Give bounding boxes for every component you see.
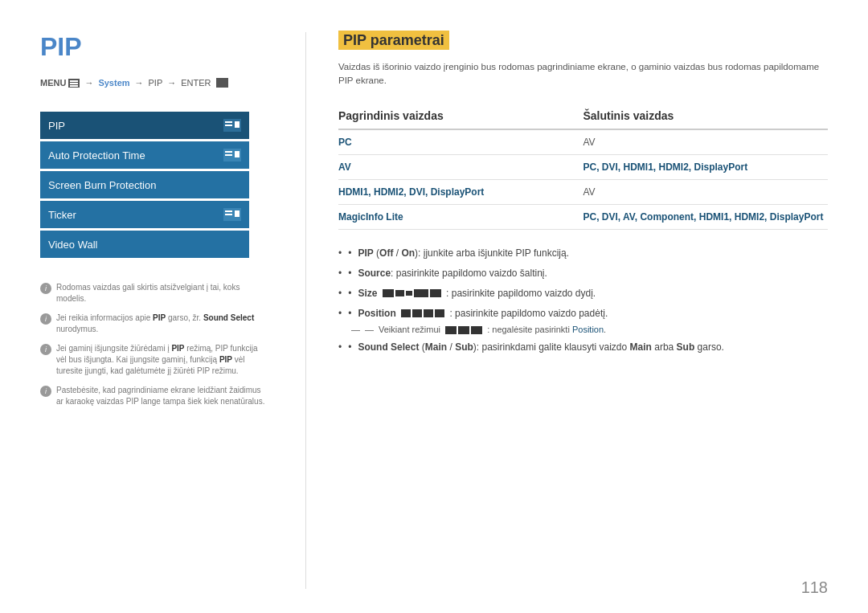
- note-text-3: Jei gaminį išjungsite žiūrėdami į PIP re…: [56, 343, 265, 377]
- bullet-text: Sound Select (Main / Sub): pasirinkdami …: [358, 340, 724, 354]
- arrow-2: →: [135, 78, 144, 88]
- menu-item-label: Ticker: [48, 209, 76, 221]
- note-icon-1: [40, 283, 51, 294]
- size-icon-3: [406, 291, 412, 296]
- note-text-2: Jei reikia informacijos apie PIP garso, …: [56, 313, 265, 335]
- menu-item-screen-burn[interactable]: Screen Burn Protection: [40, 171, 249, 198]
- mode-icon-2: [458, 326, 469, 334]
- table-row: AV PC, DVI, HDMI1, HDMI2, DisplayPort: [338, 154, 828, 179]
- pos-icon-4: [435, 309, 444, 317]
- bullet-item-pip: • PIP (Off / On): įjunkite arba išjunkit…: [338, 246, 828, 260]
- pip-table: Pagrindinis vaizdas Šalutinis vaizdas PC…: [338, 104, 828, 230]
- menu-item-ticker[interactable]: Ticker: [40, 201, 249, 228]
- menu-item-icon: [223, 149, 241, 161]
- pos-icon-1: [401, 309, 411, 317]
- size-icon-4: [414, 289, 428, 297]
- pip-label: PIP: [149, 78, 163, 88]
- menu-item-icon: [223, 119, 241, 132]
- note-text-1: Rodomas vaizdas gali skirtis atsižvelgia…: [56, 282, 265, 304]
- sub-note-dash: —: [365, 325, 374, 334]
- mode-icon-3: [471, 326, 482, 334]
- table-header-sub: Šalutinis vaizdas: [583, 104, 829, 129]
- mode-icon-1: [445, 326, 457, 334]
- menu-item-label: Auto Protection Time: [48, 149, 145, 161]
- pos-icon-2: [412, 309, 422, 317]
- table-cell-main: HDMI1, HDMI2, DVI, DisplayPort: [338, 179, 583, 204]
- table-cell-sub: PC, DVI, HDMI1, HDMI2, DisplayPort: [583, 154, 829, 179]
- menu-label: MENU: [40, 78, 66, 88]
- notes-section: Rodomas vaizdas gali skirtis atsižvelgia…: [40, 282, 265, 407]
- menu-path: MENU → System → PIP → ENTER: [40, 78, 273, 88]
- bullet-item-source: • Source: pasirinkite papildomo vaizdo š…: [338, 266, 828, 280]
- table-row: HDMI1, HDMI2, DVI, DisplayPort AV: [338, 179, 828, 204]
- right-column: PIP parametrai Vaizdas iš išorinio vaizd…: [314, 32, 828, 589]
- mode-icons: [445, 326, 482, 334]
- position-icons: [401, 309, 444, 317]
- menu-icon: MENU: [40, 78, 80, 88]
- size-icon-5: [430, 289, 441, 297]
- sub-note: — Veikiant režimui : negalėsite pasirink…: [351, 325, 828, 334]
- arrow-3: →: [167, 78, 176, 88]
- section-description: Vaizdas iš išorinio vaizdo įrenginio bus…: [338, 60, 828, 88]
- sound-select-list: • Sound Select (Main / Sub): pasirinkdam…: [338, 340, 828, 354]
- bullet-item-size: • Size : pasirinkite papildomo vaizdo dy…: [338, 286, 828, 300]
- size-icons: [383, 289, 441, 297]
- bullet-list: • PIP (Off / On): įjunkite arba išjunkit…: [338, 246, 828, 321]
- menu-item-label: PIP: [48, 120, 65, 132]
- menu-list: PIP Auto Protection Time Screen Burn Pro…: [40, 112, 249, 258]
- section-title-text: PIP parametrai: [338, 31, 449, 50]
- arrow-1: →: [84, 78, 93, 88]
- note-icon-3: [40, 344, 51, 355]
- note-text-4: Pastebėsite, kad pagrindiniame ekrane le…: [56, 385, 265, 407]
- bullet-text: Source: pasirinkite papildomo vaizdo šal…: [358, 266, 547, 280]
- size-icon-1: [383, 289, 394, 297]
- column-divider: [305, 32, 306, 589]
- bullet-marker: •: [348, 306, 351, 321]
- bullet-marker: •: [348, 246, 351, 260]
- table-cell-main: AV: [338, 154, 583, 179]
- menu-item-video-wall[interactable]: Video Wall: [40, 231, 249, 258]
- bullet-marker: •: [348, 266, 351, 280]
- note-item-4: Pastebėsite, kad pagrindiniame ekrane le…: [40, 385, 265, 407]
- note-icon-2: [40, 313, 51, 325]
- bullet-text: Position : pasirinkite papildomo vaizdo …: [358, 306, 608, 321]
- table-cell-sub: PC, DVI, AV, Component, HDMI1, HDMI2, Di…: [583, 204, 829, 229]
- enter-label: ENTER: [181, 78, 211, 88]
- menu-item-icon: [223, 208, 241, 221]
- note-item-2: Jei reikia informacijos apie PIP garso, …: [40, 313, 265, 335]
- table-cell-sub: AV: [583, 179, 829, 204]
- bullet-marker: •: [348, 340, 351, 354]
- size-icon-2: [395, 290, 404, 296]
- menu-item-pip[interactable]: PIP: [40, 112, 249, 139]
- page-number: 118: [801, 578, 828, 597]
- bullet-text: PIP (Off / On): įjunkite arba išjunkite …: [358, 246, 569, 260]
- menu-item-label: Screen Burn Protection: [48, 179, 156, 191]
- position-ref: Position: [572, 325, 604, 334]
- left-column: PIP MENU → System → PIP → ENTER PIP: [40, 32, 297, 589]
- note-icon-4: [40, 386, 51, 397]
- table-cell-sub: AV: [583, 129, 829, 155]
- bullet-item-position: • Position : pasirinkite papildomo vaizd…: [338, 306, 828, 321]
- table-cell-main: MagicInfo Lite: [338, 204, 583, 229]
- table-header-main: Pagrindinis vaizdas: [338, 104, 583, 129]
- table-row: MagicInfo Lite PC, DVI, AV, Component, H…: [338, 204, 828, 229]
- bullet-marker: •: [348, 286, 351, 300]
- table-cell-main: PC: [338, 129, 583, 155]
- menu-item-auto-protection[interactable]: Auto Protection Time: [40, 141, 249, 169]
- table-row: PC AV: [338, 129, 828, 155]
- pos-icon-3: [424, 309, 433, 317]
- section-title: PIP parametrai: [338, 32, 828, 49]
- bullet-item-sound: • Sound Select (Main / Sub): pasirinkdam…: [338, 340, 828, 354]
- bullet-text: Size : pasirinkite papildomo vaizdo dydį…: [358, 286, 596, 300]
- enter-icon: [216, 78, 228, 88]
- menu-item-label: Video Wall: [48, 239, 97, 251]
- note-item-1: Rodomas vaizdas gali skirtis atsižvelgia…: [40, 282, 265, 304]
- system-label: System: [98, 78, 129, 88]
- sub-note-text: Veikiant režimui : negalėsite pasirinkti…: [379, 325, 606, 334]
- note-item-3: Jei gaminį išjungsite žiūrėdami į PIP re…: [40, 343, 265, 377]
- page-title: PIP: [40, 32, 273, 62]
